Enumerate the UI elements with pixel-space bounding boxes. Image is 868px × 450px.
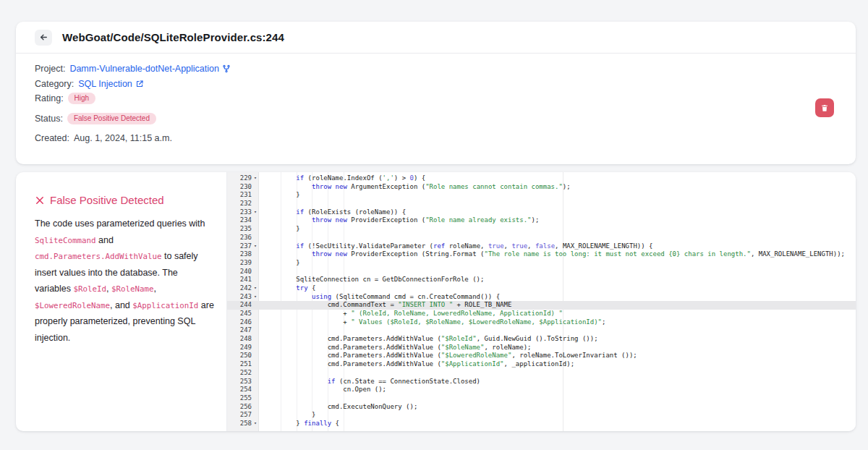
code-line: 243▾ using (SqliteCommand cmd = cn.Creat… <box>227 293 856 302</box>
line-number: 256 <box>240 403 252 412</box>
code-text: cmd.ExecuteNonQuery (); <box>259 403 856 412</box>
code-text: } <box>259 259 856 268</box>
line-number: 236 <box>240 234 252 242</box>
gutter-cell: 256 <box>227 403 259 412</box>
gutter-cell: 236 <box>227 234 259 242</box>
delete-button[interactable] <box>815 98 834 117</box>
code-line: 241 SqliteConnection cn = GetDbConnectio… <box>227 276 856 284</box>
paragraph-text: , and <box>110 300 132 310</box>
line-number: 257 <box>240 411 252 420</box>
gutter-cell: 243▾ <box>227 293 259 302</box>
line-number: 246 <box>240 318 252 327</box>
code-line: 237▾ if (!SecUtility.ValidateParameter (… <box>227 242 856 251</box>
category-row: Category: SQL Injection <box>35 77 837 90</box>
created-value: Aug. 1, 2024, 11:15 a.m. <box>74 133 172 143</box>
code-line: 251 cmd.Parameters.AddWithValue ("$Appli… <box>227 360 856 369</box>
code-text: cn.Open (); <box>259 386 856 394</box>
x-icon <box>35 195 45 205</box>
code-text <box>259 394 856 403</box>
code-text <box>259 268 856 276</box>
fold-chevron-icon[interactable]: ▾ <box>252 208 259 217</box>
gutter-cell: 244 <box>227 301 259 310</box>
analysis-card: False Positive Detected The code uses pa… <box>16 172 856 431</box>
gutter-cell: 231 <box>227 191 259 200</box>
gutter-cell: 241 <box>227 276 259 284</box>
code-line: 245 + " (RoleId, RoleName, LoweredRoleNa… <box>227 310 856 318</box>
line-number: 243 <box>240 293 252 302</box>
code-text <box>259 326 856 335</box>
line-number: 239 <box>240 259 252 268</box>
false-positive-heading: False Positive Detected <box>35 194 210 206</box>
code-text: try { <box>259 284 856 293</box>
code-text: throw new ProviderException ("Role name … <box>259 216 856 225</box>
rating-label: Rating: <box>35 93 64 103</box>
code-line: 257 } <box>227 411 856 420</box>
code-line: 235 } <box>227 225 856 234</box>
code-text: + " (RoleId, RoleName, LoweredRoleName, … <box>259 310 856 318</box>
line-number: 253 <box>240 378 252 386</box>
code-text: } <box>259 225 856 234</box>
page: WebGoat/Code/SQLiteRoleProvider.cs:244 P… <box>0 0 868 450</box>
gutter-cell: 233▾ <box>227 208 259 217</box>
paragraph-text: The code uses parameterized queries with <box>35 218 205 229</box>
code-text: } finally { <box>259 420 856 428</box>
category-label: Category: <box>35 79 74 89</box>
gutter-cell: 253 <box>227 378 259 386</box>
status-badge: False Positive Detected <box>67 113 156 124</box>
gutter-cell: 240 <box>227 268 259 276</box>
fold-chevron-icon[interactable]: ▾ <box>252 420 259 428</box>
false-positive-heading-text: False Positive Detected <box>50 194 164 206</box>
code-text: cmd.Parameters.AddWithValue ("$Applicati… <box>259 360 856 369</box>
gutter-cell: 238 <box>227 250 259 259</box>
code-text: cmd.Parameters.AddWithValue ("$RoleId", … <box>259 335 856 344</box>
inline-code: SqliteCommand <box>35 236 96 245</box>
external-link-icon <box>135 80 144 88</box>
gutter-cell: 251 <box>227 360 259 369</box>
metadata-section: Project: Damm-Vulnerable-dotNet-Applicat… <box>16 54 856 144</box>
line-number: 247 <box>240 326 252 335</box>
line-number: 244 <box>240 301 252 310</box>
inline-code: $ApplicationId <box>132 301 198 310</box>
code-line: 258▾ } finally { <box>227 420 856 428</box>
category-link[interactable]: SQL Injection <box>78 79 144 89</box>
code-line: 242▾ try { <box>227 284 856 293</box>
fold-chevron-icon[interactable]: ▾ <box>252 284 259 293</box>
line-number: 251 <box>240 360 252 369</box>
code-line: 254 cn.Open (); <box>227 386 856 394</box>
code-line-highlighted: 244 cmd.CommandText = "INSERT INTO " + R… <box>227 301 856 310</box>
gutter-cell: 248 <box>227 335 259 344</box>
line-number: 258 <box>240 420 252 428</box>
fold-chevron-icon[interactable]: ▾ <box>252 293 259 302</box>
back-button[interactable] <box>35 30 52 46</box>
inline-code: $RoleName <box>111 284 154 294</box>
finding-detail-card: WebGoat/Code/SQLiteRoleProvider.cs:244 P… <box>16 22 856 164</box>
code-text: throw new ArgumentException ("Role names… <box>259 183 856 192</box>
line-number: 245 <box>240 310 252 318</box>
line-number: 250 <box>240 352 252 360</box>
created-label: Created: <box>35 133 69 143</box>
paragraph-text: , <box>153 284 156 294</box>
analysis-paragraph: The code uses parameterized queries with… <box>35 216 214 346</box>
code-line: 236 <box>227 234 856 242</box>
code-lines: 229▾ if (roleName.IndexOf (',') > 0) {23… <box>227 172 856 428</box>
paragraph-text: and <box>96 235 114 245</box>
gutter-cell: 237▾ <box>227 242 259 251</box>
project-link-text: Damm-Vulnerable-dotNet-Application <box>69 64 219 74</box>
code-text: using (SqliteCommand cmd = cn.CreateComm… <box>259 293 856 302</box>
code-text: if (RoleExists (roleName)) { <box>259 208 856 217</box>
code-text: cmd.CommandText = "INSERT INTO " + ROLE_… <box>259 301 856 310</box>
project-row: Project: Damm-Vulnerable-dotNet-Applicat… <box>35 62 837 75</box>
gutter-cell: 257 <box>227 411 259 420</box>
project-link[interactable]: Damm-Vulnerable-dotNet-Application <box>69 64 231 74</box>
inline-code: $LoweredRoleName <box>35 301 110 310</box>
code-text <box>259 234 856 242</box>
code-line: 239 } <box>227 259 856 268</box>
line-number: 232 <box>240 200 252 208</box>
code-line: 229▾ if (roleName.IndexOf (',') > 0) { <box>227 174 856 183</box>
code-line: 232 <box>227 200 856 208</box>
code-viewer[interactable]: 229▾ if (roleName.IndexOf (',') > 0) {23… <box>226 172 856 431</box>
fold-chevron-icon[interactable]: ▾ <box>252 242 259 251</box>
page-title: WebGoat/Code/SQLiteRoleProvider.cs:244 <box>62 31 284 43</box>
fold-chevron-icon[interactable]: ▾ <box>252 174 259 183</box>
gutter-cell: 242▾ <box>227 284 259 293</box>
